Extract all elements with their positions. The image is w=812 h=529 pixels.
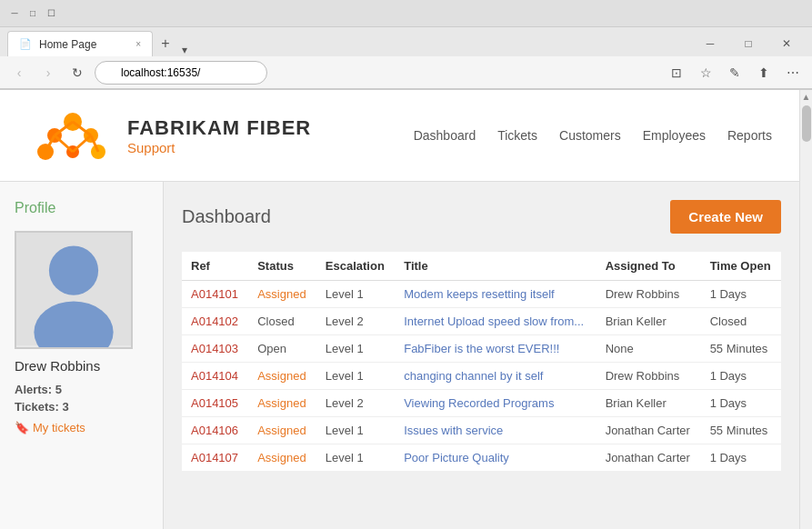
table-header: Ref Status Escalation Title Assigned To …	[182, 252, 781, 281]
cell-escalation: Level 1	[316, 417, 395, 444]
status-badge: Assigned	[257, 369, 306, 383]
svg-point-13	[49, 245, 98, 294]
title-link[interactable]: Internet Upload speed slow from...	[404, 314, 584, 328]
cell-time: 55 Minutes	[701, 335, 781, 363]
cell-title: Internet Upload speed slow from...	[395, 308, 596, 335]
col-status: Status	[248, 252, 316, 281]
cell-status: Closed	[248, 308, 316, 335]
tickets-table: Ref Status Escalation Title Assigned To …	[182, 252, 781, 471]
back-button[interactable]: ‹	[7, 61, 31, 85]
scrollbar[interactable]: ▲	[799, 90, 812, 529]
share-icon[interactable]: ⬆	[752, 61, 776, 85]
bookmark-icon: 🔖	[15, 421, 29, 434]
ref-link[interactable]: A014106	[191, 424, 238, 437]
title-link[interactable]: FabFiber is the worst EVER!!!	[404, 342, 559, 355]
nav-employees[interactable]: Employees	[643, 128, 706, 143]
title-link[interactable]: Viewing Recorded Programs	[404, 396, 554, 410]
cell-escalation: Level 1	[316, 444, 395, 472]
title-link[interactable]: Modem keeps resetting itself	[404, 287, 554, 301]
status-badge: Assigned	[257, 424, 306, 437]
title-link[interactable]: Poor Picture Quality	[404, 451, 509, 464]
tab-title: Home Page	[39, 38, 96, 51]
svg-line-10	[73, 135, 91, 152]
active-tab[interactable]: 📄 Home Page ×	[7, 31, 153, 56]
ref-link[interactable]: A014101	[191, 287, 238, 301]
tab-dropdown[interactable]: ▾	[182, 44, 187, 56]
cell-title: FabFiber is the worst EVER!!!	[395, 335, 596, 363]
scrollbar-thumb[interactable]	[802, 105, 811, 142]
title-link[interactable]: changing channel by it self	[404, 369, 543, 383]
ref-link[interactable]: A014105	[191, 396, 238, 410]
logo-area: FABRIKAM FIBER Support	[27, 99, 311, 172]
new-tab-button[interactable]: +	[153, 31, 178, 56]
nav-tickets[interactable]: Tickets	[497, 128, 537, 143]
alerts-count: 5	[55, 383, 62, 396]
win-minimize[interactable]: ─	[692, 31, 728, 56]
col-title: Title	[395, 252, 596, 281]
table-row: A014102 Closed Level 2 Internet Upload s…	[182, 308, 781, 335]
status-badge: Assigned	[257, 396, 306, 410]
cell-status: Assigned	[248, 390, 316, 417]
nav-reports[interactable]: Reports	[727, 128, 772, 143]
avatar-svg	[16, 231, 131, 347]
ref-link[interactable]: A014103	[191, 342, 238, 355]
scroll-up-arrow[interactable]: ▲	[802, 92, 811, 102]
ref-link[interactable]: A014102	[191, 314, 238, 328]
cell-escalation: Level 1	[316, 281, 395, 308]
cell-title: Issues with service	[395, 417, 596, 444]
main-area: Profile Drew Robbins Alerts: 5 Tickets:	[0, 182, 799, 529]
restore-icon[interactable]: □	[25, 6, 40, 21]
status-badge: Open	[257, 342, 286, 355]
cell-escalation: Level 1	[316, 363, 395, 390]
col-escalation: Escalation	[316, 252, 395, 281]
tickets-info: Tickets: 3	[15, 400, 148, 414]
win-close[interactable]: ✕	[768, 31, 805, 56]
cell-time: Closed	[701, 308, 781, 335]
cell-status: Assigned	[248, 444, 316, 472]
tab-bar: 📄 Home Page × + ▾ ─ □ ✕	[0, 27, 812, 56]
address-input[interactable]	[95, 61, 267, 85]
menu-icon[interactable]: ⋯	[781, 61, 805, 85]
bookmarks-icon[interactable]: ⊡	[665, 61, 688, 85]
cell-ref: A014101	[182, 281, 248, 308]
table-row: A014103 Open Level 1 FabFiber is the wor…	[182, 335, 781, 363]
refresh-button[interactable]: ↻	[65, 61, 89, 85]
forward-button[interactable]: ›	[36, 61, 60, 85]
col-assigned: Assigned To	[596, 252, 701, 281]
table-header-row: Ref Status Escalation Title Assigned To …	[182, 252, 781, 281]
user-name: Drew Robbins	[15, 358, 148, 374]
cell-assigned: Drew Robbins	[596, 363, 701, 390]
close-icon[interactable]: ☐	[44, 6, 58, 21]
cell-assigned: Brian Keller	[596, 308, 701, 335]
win-restore[interactable]: □	[730, 31, 767, 56]
nav-dashboard[interactable]: Dashboard	[414, 128, 476, 143]
cell-ref: A014106	[182, 417, 248, 444]
cell-status: Assigned	[248, 363, 316, 390]
minimize-icon[interactable]: ─	[7, 6, 22, 21]
cell-assigned: Jonathan Carter	[596, 417, 701, 444]
cell-status: Assigned	[248, 281, 316, 308]
cell-time: 1 Days	[701, 281, 781, 308]
cell-assigned: Jonathan Carter	[596, 444, 701, 472]
address-bar: ‹ › ↻ ⓘ ⊡ ☆ ✎ ⬆ ⋯	[0, 56, 812, 89]
ref-link[interactable]: A014107	[191, 451, 238, 464]
table-row: A014106 Assigned Level 1 Issues with ser…	[182, 417, 781, 444]
tickets-label: Tickets:	[15, 400, 59, 414]
nav-customers[interactable]: Customers	[559, 128, 621, 143]
brand-sub: Support	[127, 140, 311, 155]
col-time: Time Open	[701, 252, 781, 281]
cell-time: 55 Minutes	[701, 417, 781, 444]
avatar-container	[15, 231, 133, 349]
favorites-icon[interactable]: ☆	[694, 61, 717, 85]
tab-close-button[interactable]: ×	[135, 39, 141, 49]
my-tickets-link[interactable]: 🔖 My tickets	[15, 421, 148, 434]
create-new-button[interactable]: Create New	[670, 200, 781, 234]
ref-link[interactable]: A014104	[191, 369, 238, 383]
reader-icon[interactable]: ✎	[723, 61, 747, 85]
tickets-count: 3	[63, 400, 69, 414]
title-link[interactable]: Issues with service	[404, 424, 503, 437]
app-content: FABRIKAM FIBER Support Dashboard Tickets…	[0, 90, 799, 529]
sidebar: Profile Drew Robbins Alerts: 5 Tickets:	[0, 182, 164, 529]
my-tickets-label: My tickets	[33, 421, 85, 434]
cell-time: 1 Days	[701, 444, 781, 472]
